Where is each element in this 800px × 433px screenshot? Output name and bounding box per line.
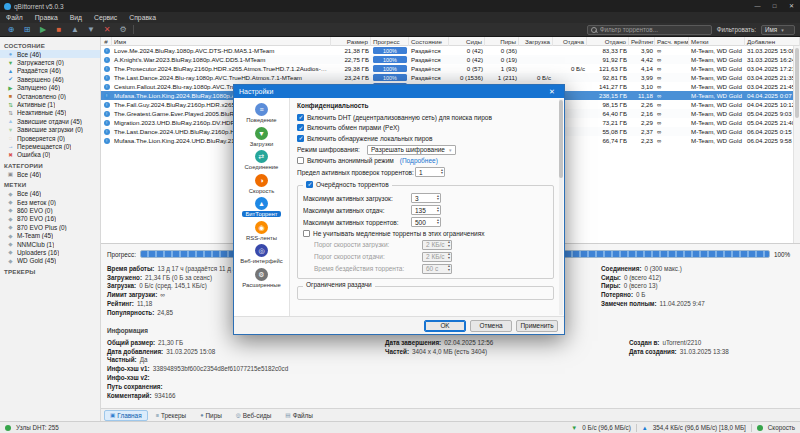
encryption-mode-select[interactable]: Разрешать шифрование [367, 145, 456, 155]
details-tab[interactable]: ▤ Файлы [279, 410, 319, 421]
sidebar-status-filter[interactable]: → Перемещается (0) [0, 142, 100, 150]
start-button[interactable]: ▶ [37, 23, 49, 36]
scrollbar-thumb[interactable] [795, 48, 799, 118]
delete-button[interactable]: ✕ [101, 23, 113, 36]
stop-button[interactable]: ■ [53, 23, 65, 36]
column-header[interactable]: Рейтинг [629, 37, 655, 46]
learn-more-link[interactable]: (Подробнее) [400, 157, 438, 164]
column-header[interactable]: Сиды [449, 37, 485, 46]
sidebar-status-filter[interactable]: ✖ Ошибка (0) [0, 151, 100, 159]
sidebar-tag[interactable]: ◆ 860 EVO (0) [0, 206, 100, 214]
column-header[interactable]: Метки [689, 37, 745, 46]
column-header[interactable]: Прогресс [371, 37, 409, 46]
minimize-button[interactable]: — [749, 0, 766, 12]
column-header[interactable]: Пиры [485, 37, 519, 46]
add-torrent-file-button[interactable]: ⊞ [21, 23, 33, 36]
sidebar-status-filter[interactable]: ✔ Завершено (46) [0, 75, 100, 83]
queueing-checkbox[interactable] [306, 181, 313, 188]
apply-button[interactable]: Применить [516, 320, 558, 332]
sidebar-tag[interactable]: ◆ WD Gold (45) [0, 257, 100, 265]
details-tab[interactable]: ◎ Веб-сиды [230, 410, 278, 421]
sidebar-status-filter[interactable]: ● Все (46) [0, 50, 100, 58]
menu-item[interactable]: Правка [29, 12, 64, 23]
menu-item[interactable]: Вид [64, 12, 88, 23]
sidebar-tag[interactable]: ◆ 870 EVO (16) [0, 215, 100, 223]
settings-nav-item[interactable]: ⇄ Соединение [234, 150, 289, 170]
settings-checkbox-row[interactable]: Включить обнаружение локальных пиров [297, 133, 554, 144]
slow-torrents-row[interactable]: Не учитывать медленные торренты в этих о… [303, 228, 548, 239]
settings-nav-item[interactable]: ◎ Веб-интерфейс [234, 244, 289, 264]
sidebar-tag[interactable]: ◆ Без меток (0) [0, 198, 100, 206]
scrollbar-thumb[interactable] [559, 100, 563, 178]
checkbox[interactable] [297, 135, 304, 142]
settings-nav-item[interactable]: ◑ Скорость [234, 174, 289, 194]
spin-arrows-icon[interactable] [437, 207, 439, 214]
table-scrollbar[interactable] [793, 46, 800, 243]
option-spinbox[interactable]: 500 [411, 217, 441, 227]
settings-nav-item[interactable]: ▲ БитТоррент [234, 197, 289, 217]
option-spinbox[interactable]: 3 [411, 193, 441, 203]
sidebar-status-filter[interactable]: ⇅ Неактивные (45) [0, 109, 100, 117]
option-spinbox[interactable]: 135 [411, 205, 441, 215]
close-button[interactable]: ✕ [783, 0, 800, 12]
move-down-button[interactable]: ▼ [85, 23, 97, 36]
column-header[interactable]: Расч. время [655, 37, 689, 46]
spin-arrows-icon[interactable] [437, 195, 439, 202]
menu-item[interactable]: Справка [123, 12, 162, 23]
move-up-button[interactable]: ▲ [69, 23, 81, 36]
sidebar-tag[interactable]: ◆ Все (46) [0, 189, 100, 197]
sidebar-tag[interactable]: ◆ M-Team (45) [0, 231, 100, 239]
options-button[interactable]: ⚙ [117, 23, 129, 36]
sidebar-category[interactable]: ▣ Все (46) [0, 170, 100, 178]
dialog-scrollbar[interactable] [559, 99, 563, 315]
filter-select[interactable]: Имя [761, 25, 795, 35]
settings-nav-item[interactable]: ≡ Поведение [234, 103, 289, 123]
anonymous-mode-row[interactable]: Включить анонимный режим (Подробнее) [297, 156, 554, 167]
spin-arrows-icon[interactable] [437, 219, 439, 226]
column-header[interactable]: Состояние [409, 37, 449, 46]
column-header[interactable]: Имя [112, 37, 331, 46]
settings-nav-item[interactable]: ▼ Загрузки [234, 127, 289, 147]
column-header[interactable]: Отдача [553, 37, 587, 46]
spin-arrows-icon[interactable] [441, 169, 443, 176]
dialog-close-button[interactable]: ✕ [545, 88, 559, 96]
sidebar-status-filter[interactable]: ◌ Проверяется (0) [0, 134, 100, 142]
sidebar-status-filter[interactable]: ▼ Зависшие загрузки (0) [0, 126, 100, 134]
details-tab[interactable]: ▣ Главная [104, 410, 148, 421]
checkbox[interactable] [297, 157, 304, 164]
speed-toggle-button[interactable]: Скорость [768, 424, 795, 431]
column-header[interactable]: Добавлен [745, 37, 800, 46]
settings-checkbox-row[interactable]: Включить обмен пирами (PeX) [297, 123, 554, 134]
settings-nav-item[interactable]: ⚙ Расширенные [234, 268, 289, 288]
menu-item[interactable]: Сервис [88, 12, 123, 23]
search-input[interactable] [600, 26, 708, 33]
sidebar-status-filter[interactable]: ■ Остановлено (0) [0, 92, 100, 100]
sidebar-status-filter[interactable]: ▲ Зависшие отдачи (45) [0, 117, 100, 125]
column-header[interactable]: Отдано [587, 37, 629, 46]
add-torrent-link-button[interactable]: ⊕ [5, 23, 17, 36]
sidebar-tag[interactable]: ◆ NNMClub (1) [0, 240, 100, 248]
table-row[interactable]: ↑ The.Prosecutor.2024.BluRay.2160p.HDR.x… [101, 64, 800, 73]
sidebar-status-filter[interactable]: ▶ Запущено (46) [0, 84, 100, 92]
table-row[interactable]: ↑ Love.Me.2024.BluRay.1080p.AVC.DTS-HD.M… [101, 46, 800, 55]
column-header[interactable]: Размер [331, 37, 371, 46]
sidebar-status-filter[interactable]: ⇅ Активные (1) [0, 100, 100, 108]
details-tab[interactable]: ≡ Трекеры [150, 410, 193, 421]
sidebar-tag[interactable]: ◆ Uploaders (16) [0, 248, 100, 256]
sidebar-tag[interactable]: ◆ 870 EVO Plus (0) [0, 223, 100, 231]
checkbox[interactable] [297, 114, 304, 121]
cancel-button[interactable]: Отмена [470, 320, 512, 332]
sidebar-status-filter[interactable]: ▲ Раздаётся (46) [0, 67, 100, 75]
menu-item[interactable]: Файл [0, 12, 29, 23]
ok-button[interactable]: OK [424, 320, 466, 332]
table-row[interactable]: ↑ A.Knight's.War.2023.BluRay.1080p.AVC.D… [101, 55, 800, 64]
checkbox[interactable] [297, 124, 304, 131]
checking-limit-spinbox[interactable]: 1 [415, 167, 445, 177]
torrent-filter-search[interactable] [587, 25, 712, 35]
maximize-button[interactable]: □ [766, 0, 783, 12]
settings-nav-item[interactable]: ◉ RSS-ленты [234, 221, 289, 241]
column-header[interactable]: # [101, 37, 112, 46]
column-header[interactable]: Загрузка [519, 37, 553, 46]
table-row[interactable]: ↑ The.Last.Dance.2024.Blu-ray.1080p.AVC.… [101, 73, 800, 82]
checkbox[interactable] [303, 230, 310, 237]
